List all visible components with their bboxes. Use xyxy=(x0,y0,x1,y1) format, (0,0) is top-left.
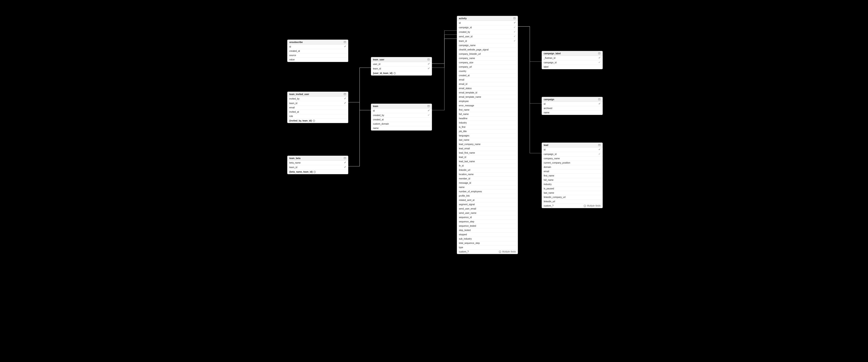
field-row[interactable]: email_id xyxy=(457,82,518,86)
field-row[interactable]: lead_last_name xyxy=(457,159,518,164)
table-lead[interactable]: leadidcampaign_idcompany_namecurrent_com… xyxy=(541,143,603,208)
field-row[interactable]: is_first xyxy=(457,125,518,129)
field-row[interactable]: first_name xyxy=(457,108,518,112)
table-header[interactable]: team_invited_user xyxy=(287,92,348,97)
field-row[interactable]: created_at xyxy=(371,118,432,122)
field-row[interactable]: name xyxy=(371,126,432,130)
table-header[interactable]: campaign xyxy=(542,97,602,102)
field-row[interactable]: custom_?iMultiple fields xyxy=(457,250,518,254)
field-row[interactable]: type xyxy=(457,245,518,250)
field-row[interactable]: is_paused xyxy=(542,187,602,191)
field-row[interactable]: company_size xyxy=(457,61,518,65)
field-row[interactable]: created_by xyxy=(371,113,432,118)
field-row[interactable]: created_at xyxy=(287,49,348,53)
table-team[interactable]: teamidcreated_bycreated_atcustom_domainn… xyxy=(371,103,432,130)
field-row[interactable]: headline xyxy=(457,117,518,121)
field-row[interactable]: send_user_email xyxy=(457,207,518,211)
field-row[interactable]: clearbit_website_page_signal xyxy=(457,48,518,52)
field-row[interactable]: send_user_id xyxy=(457,34,518,39)
field-row[interactable]: email_status xyxy=(457,86,518,91)
field-row[interactable]: sequence_id xyxy=(457,215,518,220)
table-team_invited_user[interactable]: team_invited_userinvited_byteam_idemaili… xyxy=(287,92,348,123)
field-row[interactable]: error_message xyxy=(457,103,518,108)
field-row[interactable]: team_id xyxy=(371,66,432,71)
table-header[interactable]: team_user xyxy=(371,57,432,62)
field-row[interactable]: custom_domain xyxy=(371,122,432,126)
field-row[interactable]: email xyxy=(287,105,348,110)
field-row[interactable]: country xyxy=(457,69,518,73)
field-row[interactable]: email xyxy=(457,78,518,82)
field-row[interactable]: lh_id xyxy=(457,164,518,168)
table-team_user[interactable]: team_useruser_idteam_id{user_id, team_id… xyxy=(371,57,432,76)
table-header[interactable]: campaign_label xyxy=(542,51,602,56)
field-row[interactable]: sequence_tested xyxy=(457,224,518,228)
field-row[interactable]: send_user_name xyxy=(457,211,518,215)
field-row[interactable]: company_linkedin_url xyxy=(457,52,518,56)
field-row[interactable]: full_name xyxy=(542,178,602,182)
field-row[interactable]: id xyxy=(371,109,432,113)
field-row[interactable]: beta_name xyxy=(287,161,348,165)
field-row[interactable]: _fivetran_id xyxy=(542,56,602,60)
field-row[interactable]: campaign_name xyxy=(457,43,518,48)
field-row[interactable]: company_name xyxy=(457,56,518,61)
field-row[interactable]: lead_id xyxy=(457,155,518,159)
field-row[interactable]: lead_email xyxy=(457,147,518,151)
field-row[interactable]: team_id xyxy=(287,101,348,105)
field-row[interactable]: team_id xyxy=(287,165,348,170)
table-campaign[interactable]: campaignidarchivedname xyxy=(541,97,603,115)
field-row[interactable]: campaign_id xyxy=(457,25,518,30)
field-row[interactable]: member_id xyxy=(457,177,518,181)
field-row[interactable]: industry xyxy=(542,182,602,187)
field-row[interactable]: email_template_id xyxy=(457,91,518,95)
field-row[interactable]: sequence_step xyxy=(457,220,518,224)
field-row[interactable]: linkedin_url xyxy=(542,200,602,204)
field-row[interactable]: domain xyxy=(542,165,602,170)
field-row[interactable]: email xyxy=(542,170,602,174)
field-row[interactable]: user_id xyxy=(371,62,432,66)
field-row[interactable]: first_name xyxy=(542,174,602,178)
field-row[interactable]: number_of_employees xyxy=(457,190,518,194)
field-row[interactable]: lead_company_name xyxy=(457,142,518,147)
field-row[interactable]: profile_link xyxy=(457,194,518,198)
field-row[interactable]: custom_?iMultiple fields xyxy=(542,204,602,208)
field-row[interactable]: lead_first_name xyxy=(457,151,518,155)
field-row[interactable]: location_name xyxy=(457,172,518,177)
field-row[interactable]: value xyxy=(287,58,348,62)
field-row[interactable]: email_template_name xyxy=(457,95,518,99)
field-row[interactable]: total_sequence_step xyxy=(457,241,518,245)
field-row[interactable]: id xyxy=(457,21,518,25)
field-row[interactable]: sub_industry xyxy=(457,237,518,241)
field-row[interactable]: company_name xyxy=(542,157,602,161)
table-activity[interactable]: activityidcampaign_idcreated_bysend_user… xyxy=(457,16,518,254)
field-row[interactable]: message_id xyxy=(457,181,518,185)
field-row[interactable]: source xyxy=(287,53,348,58)
table-unsubscribe[interactable]: unsubscribeidcreated_atsourcevalue xyxy=(287,39,348,62)
field-row[interactable]: linkedin_company_url xyxy=(542,195,602,200)
table-header[interactable]: lead xyxy=(542,143,602,148)
field-row[interactable]: id xyxy=(287,44,348,49)
field-row[interactable]: campaign_id xyxy=(542,152,602,157)
field-row[interactable]: related_sent_at xyxy=(457,198,518,203)
field-row[interactable]: industry xyxy=(457,121,518,125)
field-row[interactable]: employee xyxy=(457,99,518,103)
field-row[interactable]: current_company_position xyxy=(542,161,602,165)
field-row[interactable]: name xyxy=(542,111,602,115)
table-campaign_label[interactable]: campaign_label_fivetran_idcampaign_idlab… xyxy=(541,51,603,69)
field-row[interactable]: invited_at xyxy=(287,110,348,114)
field-row[interactable]: company_url xyxy=(457,65,518,69)
field-row[interactable]: id xyxy=(542,102,602,106)
table-header[interactable]: team_beta xyxy=(287,156,348,161)
field-row[interactable]: job_title xyxy=(457,129,518,134)
table-header[interactable]: activity xyxy=(457,16,518,21)
field-row[interactable]: campaign_id xyxy=(542,60,602,65)
field-row[interactable]: team_id xyxy=(457,39,518,43)
field-row[interactable]: step_tested xyxy=(457,228,518,233)
field-row[interactable]: created_by xyxy=(457,30,518,34)
er-diagram-canvas[interactable]: unsubscribeidcreated_atsourcevalueteam_i… xyxy=(0,0,868,362)
field-row[interactable]: linkedin_url xyxy=(457,168,518,172)
field-row[interactable]: id xyxy=(542,148,602,152)
table-header[interactable]: team xyxy=(371,104,432,109)
field-row[interactable]: last_name xyxy=(542,191,602,195)
field-row[interactable]: created_at xyxy=(457,73,518,78)
field-row[interactable]: full_name xyxy=(457,112,518,117)
